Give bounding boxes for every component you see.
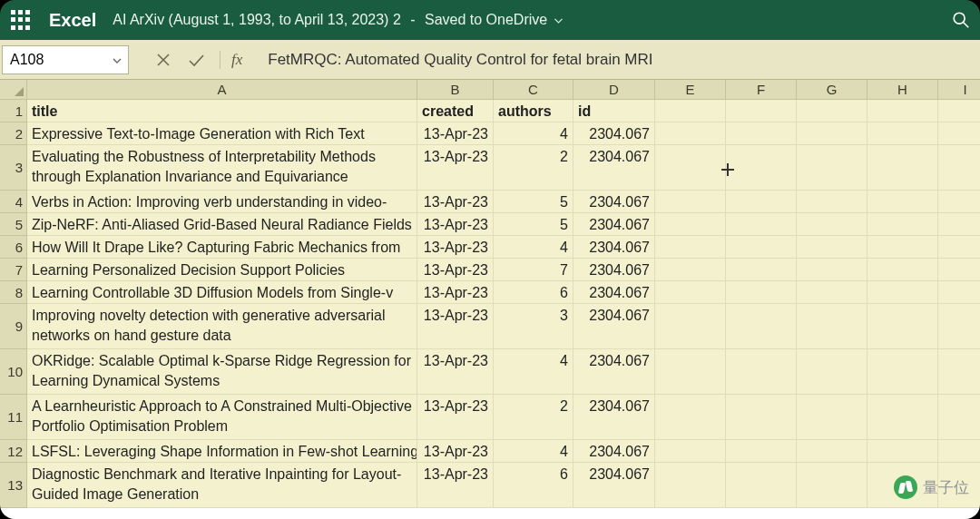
cell[interactable] — [655, 395, 726, 440]
cell[interactable]: 2304.067 — [573, 440, 655, 463]
cell[interactable]: 13-Apr-23 — [417, 145, 494, 191]
cell[interactable] — [797, 100, 867, 122]
cell[interactable]: 2304.067 — [573, 145, 655, 191]
cell[interactable] — [797, 304, 867, 349]
cell[interactable] — [655, 259, 726, 281]
cancel-icon[interactable] — [154, 51, 172, 69]
cell[interactable] — [655, 122, 726, 145]
cell[interactable] — [867, 191, 938, 213]
cell[interactable]: 2304.067 — [573, 349, 655, 395]
cell[interactable]: Zip-NeRF: Anti-Aliased Grid-Based Neural… — [27, 213, 417, 236]
cell[interactable] — [797, 122, 867, 145]
cell[interactable] — [726, 281, 797, 304]
search-icon[interactable] — [951, 10, 971, 30]
cell[interactable] — [726, 122, 797, 145]
cell[interactable] — [655, 304, 726, 349]
cell[interactable]: 2304.067 — [573, 236, 655, 259]
app-launcher-icon[interactable] — [9, 8, 33, 32]
cell[interactable] — [938, 440, 980, 463]
cell[interactable]: 13-Apr-23 — [417, 395, 494, 440]
cell[interactable] — [797, 395, 867, 440]
cell[interactable] — [797, 191, 867, 213]
cell[interactable]: 2304.067 — [573, 122, 655, 145]
row-header[interactable]: 7 — [0, 259, 27, 281]
cell[interactable] — [938, 395, 980, 440]
cell[interactable]: 2 — [494, 145, 573, 191]
cell[interactable] — [726, 236, 797, 259]
cell[interactable] — [797, 145, 867, 191]
cell[interactable] — [726, 191, 797, 213]
cell[interactable]: 13-Apr-23 — [417, 122, 494, 145]
row-header[interactable]: 10 — [0, 349, 27, 395]
cell[interactable]: 3 — [494, 304, 573, 349]
cell[interactable]: 6 — [494, 463, 573, 508]
cell[interactable] — [797, 281, 867, 304]
cell[interactable]: 13-Apr-23 — [417, 236, 494, 259]
cell[interactable]: 2304.067 — [573, 463, 655, 508]
column-header-F[interactable]: F — [726, 80, 797, 100]
cell[interactable]: 7 — [494, 259, 573, 281]
cell[interactable] — [797, 349, 867, 395]
cell[interactable]: 4 — [494, 122, 573, 145]
cell[interactable] — [867, 304, 938, 349]
row-header[interactable]: 1 — [0, 100, 27, 122]
cell[interactable]: 13-Apr-23 — [417, 259, 494, 281]
column-headers[interactable]: ABCDEFGHI — [27, 80, 980, 100]
cell[interactable] — [867, 349, 938, 395]
cell[interactable] — [655, 236, 726, 259]
chevron-down-icon[interactable] — [112, 55, 122, 66]
spreadsheet-grid[interactable]: ABCDEFGHI 12345678910111213 titlecreated… — [0, 80, 980, 519]
cell[interactable]: 2304.067 — [573, 259, 655, 281]
column-header-B[interactable]: B — [417, 80, 494, 100]
name-box[interactable]: A108 — [2, 45, 129, 74]
cell[interactable]: LSFSL: Leveraging Shape Information in F… — [27, 440, 417, 463]
cell[interactable]: Verbs in Action: Improving verb understa… — [27, 191, 417, 213]
column-header-E[interactable]: E — [655, 80, 726, 100]
cell[interactable] — [867, 213, 938, 236]
row-header[interactable]: 9 — [0, 304, 27, 349]
cell[interactable]: Learning Controllable 3D Diffusion Model… — [27, 281, 417, 304]
cell[interactable] — [938, 304, 980, 349]
cell[interactable] — [938, 349, 980, 395]
row-header[interactable]: 6 — [0, 236, 27, 259]
cell[interactable]: 2304.067 — [573, 191, 655, 213]
cell[interactable] — [938, 259, 980, 281]
cell[interactable] — [726, 100, 797, 122]
cell[interactable] — [938, 236, 980, 259]
cell[interactable]: Evaluating the Robustness of Interpretab… — [27, 145, 417, 191]
cell[interactable] — [655, 349, 726, 395]
cell[interactable] — [867, 440, 938, 463]
cell[interactable]: title — [27, 100, 417, 122]
cell[interactable] — [938, 281, 980, 304]
cell[interactable] — [655, 213, 726, 236]
cell[interactable]: How Will It Drape Like? Capturing Fabric… — [27, 236, 417, 259]
cell[interactable] — [655, 145, 726, 191]
cell[interactable]: 13-Apr-23 — [417, 463, 494, 508]
cell[interactable] — [938, 213, 980, 236]
cell[interactable]: 13-Apr-23 — [417, 440, 494, 463]
cell-area[interactable]: titlecreatedauthorsidExpressive Text-to-… — [27, 100, 980, 519]
cell[interactable]: created — [417, 100, 494, 122]
cell[interactable]: OKRidge: Scalable Optimal k-Sparse Ridge… — [27, 349, 417, 395]
cell[interactable]: 2304.067 — [573, 281, 655, 304]
cell[interactable] — [867, 100, 938, 122]
row-header[interactable]: 3 — [0, 145, 27, 191]
cell[interactable]: Improving novelty detection with generat… — [27, 304, 417, 349]
cell[interactable]: 2 — [494, 395, 573, 440]
cell[interactable]: authors — [494, 100, 573, 122]
cell[interactable] — [938, 145, 980, 191]
cell[interactable] — [867, 122, 938, 145]
row-header[interactable]: 4 — [0, 191, 27, 213]
row-headers[interactable]: 12345678910111213 — [0, 100, 27, 508]
file-title-dropdown[interactable]: AI ArXiv (August 1, 1993, to April 13, 2… — [113, 12, 564, 28]
accept-icon[interactable] — [187, 51, 205, 69]
cell[interactable]: Learning Personalized Decision Support P… — [27, 259, 417, 281]
cell[interactable]: 2304.067 — [573, 304, 655, 349]
cell[interactable] — [797, 259, 867, 281]
select-all-cell[interactable] — [0, 80, 27, 100]
cell[interactable] — [867, 145, 938, 191]
cell[interactable]: 13-Apr-23 — [417, 281, 494, 304]
cell[interactable] — [726, 145, 797, 191]
column-header-C[interactable]: C — [494, 80, 573, 100]
column-header-G[interactable]: G — [797, 80, 867, 100]
